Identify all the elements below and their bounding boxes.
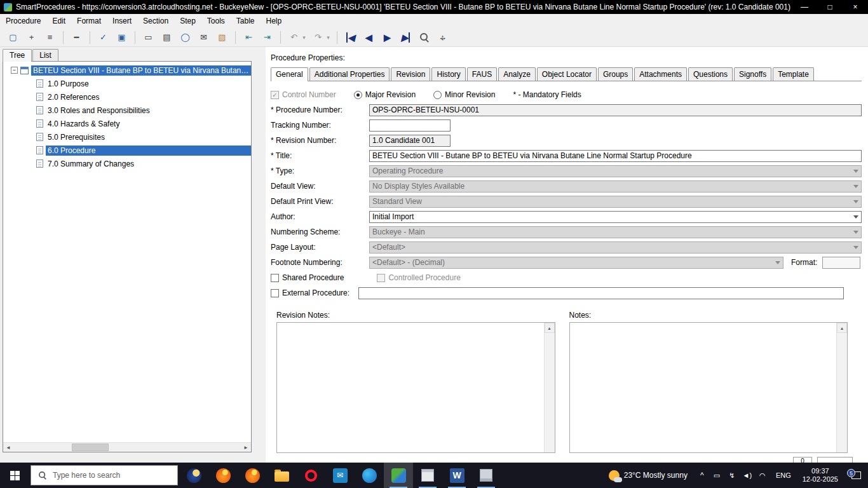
- tree-item-summary[interactable]: 7.0 Summary of Changes: [3, 157, 251, 170]
- scroll-right-icon[interactable]: ►: [241, 443, 251, 452]
- app-file-explorer-button[interactable]: [267, 463, 296, 488]
- app-remote-window-2-button[interactable]: [471, 463, 501, 488]
- print-icon[interactable]: ▤: [159, 30, 175, 44]
- tracking-number-field[interactable]: [369, 119, 451, 132]
- tab-history[interactable]: History: [431, 67, 465, 81]
- major-revision-radio[interactable]: [354, 91, 362, 99]
- tab-additional-properties[interactable]: Additional Properties: [309, 67, 390, 81]
- revision-notes-textarea[interactable]: [277, 323, 544, 452]
- tab-general[interactable]: General: [271, 67, 308, 81]
- collapse-expander-icon[interactable]: −: [11, 67, 18, 74]
- menu-section[interactable]: Section: [137, 14, 174, 28]
- app-smartprocedures-button[interactable]: [384, 463, 413, 488]
- scrollbar-thumb[interactable]: [72, 444, 109, 451]
- display-tray-icon[interactable]: ▭: [709, 471, 724, 480]
- taskbar-weather[interactable]: 23°C Mostly sunny: [601, 463, 695, 488]
- tree-item-roles[interactable]: 3.0 Roles and Responsibilities: [3, 104, 251, 117]
- app-browser-2-button[interactable]: [238, 463, 267, 488]
- redo-dropdown-icon[interactable]: ▾: [325, 30, 332, 44]
- external-procedure-checkbox[interactable]: [271, 289, 279, 297]
- panel-splitter[interactable]: [252, 47, 266, 463]
- last-step-icon[interactable]: ▶: [398, 30, 414, 44]
- tab-object-locator[interactable]: Object Locator: [537, 67, 597, 81]
- maximize-button[interactable]: □: [817, 0, 843, 14]
- control-number-checkbox[interactable]: ✓: [271, 91, 279, 99]
- remove-icon[interactable]: ━: [69, 30, 85, 44]
- undo-icon[interactable]: ↶: [286, 30, 302, 44]
- menu-insert[interactable]: Insert: [107, 14, 137, 28]
- menu-procedure[interactable]: Procedure: [0, 14, 46, 28]
- type-select[interactable]: Operating Procedure: [369, 165, 862, 177]
- minimize-button[interactable]: —: [792, 0, 817, 14]
- clipboard-icon[interactable]: ▧: [214, 30, 230, 44]
- title-field[interactable]: BETEU Section VIII - Butane BP to BETEU …: [369, 150, 862, 162]
- tree-item-hazards[interactable]: 4.0 Hazards & Safety: [3, 117, 251, 130]
- tree-item-references[interactable]: 2.0 References: [3, 90, 251, 104]
- menu-tools[interactable]: Tools: [201, 14, 231, 28]
- shared-procedure-checkbox[interactable]: [271, 274, 279, 282]
- app-cortana-button[interactable]: [179, 463, 208, 488]
- tab-attachments[interactable]: Attachments: [634, 67, 687, 81]
- page-layout-select[interactable]: <Default>: [369, 241, 862, 254]
- tab-faus[interactable]: FAUS: [467, 67, 497, 81]
- format-field[interactable]: [822, 257, 860, 269]
- author-select[interactable]: Initial Import: [369, 211, 862, 223]
- previous-step-icon[interactable]: ◀: [361, 30, 377, 44]
- menu-step[interactable]: Step: [174, 14, 201, 28]
- new-procedure-icon[interactable]: ▢: [5, 30, 21, 44]
- verify-icon[interactable]: ✓: [95, 30, 111, 44]
- language-indicator[interactable]: ENG: [770, 471, 797, 479]
- save-icon[interactable]: ▣: [114, 30, 130, 44]
- action-center-button[interactable]: 5: [844, 471, 868, 479]
- network-tray-icon[interactable]: ◠: [755, 471, 770, 480]
- tab-revision[interactable]: Revision: [391, 67, 430, 81]
- find-icon[interactable]: [416, 30, 432, 44]
- menu-format[interactable]: Format: [71, 14, 107, 28]
- scrollbar-track[interactable]: [13, 443, 241, 452]
- app-remote-window-1-button[interactable]: [413, 463, 442, 488]
- scroll-left-icon[interactable]: ◄: [3, 443, 13, 452]
- taskbar-clock[interactable]: 09:37 12-02-2025: [797, 467, 844, 484]
- tree-item-root[interactable]: − BETEU Section VIII - Butane BP to BETE…: [3, 64, 251, 77]
- redo-icon[interactable]: ↷: [310, 30, 326, 44]
- revision-number-field[interactable]: 1.0 Candidate 001: [369, 135, 451, 147]
- taskbar-search-input[interactable]: Type here to search: [31, 465, 178, 485]
- power-tray-icon[interactable]: ↯: [724, 471, 740, 480]
- outdent-icon[interactable]: ⇤: [241, 30, 257, 44]
- app-browser-1-button[interactable]: [208, 463, 238, 488]
- tab-groups[interactable]: Groups: [598, 67, 633, 81]
- scroll-up-icon[interactable]: ▴: [545, 323, 555, 333]
- tree-item-purpose[interactable]: 1.0 Purpose: [3, 77, 251, 90]
- tree-horizontal-scrollbar[interactable]: ◄ ►: [3, 442, 251, 452]
- revision-notes-scrollbar[interactable]: ▴: [544, 323, 555, 452]
- minor-revision-radio[interactable]: [433, 91, 442, 99]
- tab-analyze[interactable]: Analyze: [498, 67, 536, 81]
- add-step-icon[interactable]: +: [24, 30, 39, 44]
- tree-item-procedure[interactable]: 6.0 Procedure: [3, 144, 251, 157]
- start-button[interactable]: [0, 463, 29, 488]
- hidden-icons-chevron[interactable]: ^: [695, 471, 709, 480]
- tab-list[interactable]: List: [32, 49, 58, 61]
- menu-table[interactable]: Table: [231, 14, 261, 28]
- scroll-up-icon[interactable]: ▴: [837, 323, 847, 333]
- app-mail-button[interactable]: ✉: [325, 463, 355, 488]
- notes-textarea[interactable]: [570, 323, 837, 452]
- numbering-scheme-select[interactable]: Buckeye - Main: [369, 226, 862, 238]
- tab-template[interactable]: Template: [773, 67, 814, 81]
- volume-tray-icon[interactable]: ◄): [740, 471, 755, 479]
- menu-edit[interactable]: Edit: [46, 14, 71, 28]
- indent-icon[interactable]: ⇥: [259, 30, 275, 44]
- app-word-button[interactable]: W: [442, 463, 471, 488]
- preview-icon[interactable]: ▭: [140, 30, 156, 44]
- tree-item-prerequisites[interactable]: 5.0 Prerequisites: [3, 130, 251, 144]
- app-edge-button[interactable]: [355, 463, 384, 488]
- tab-signoffs[interactable]: Signoffs: [734, 67, 771, 81]
- undo-dropdown-icon[interactable]: ▾: [301, 30, 308, 44]
- controlled-procedure-checkbox[interactable]: [377, 274, 385, 282]
- first-step-icon[interactable]: ◀: [342, 30, 358, 44]
- procedure-number-field[interactable]: OPS-OPRC-BETEU-NSU-0001: [369, 104, 862, 116]
- pan-icon[interactable]: ↔↕: [435, 30, 451, 44]
- tab-tree[interactable]: Tree: [3, 49, 32, 62]
- tab-questions[interactable]: Questions: [688, 67, 733, 81]
- outline-view-icon[interactable]: ≡: [42, 30, 58, 44]
